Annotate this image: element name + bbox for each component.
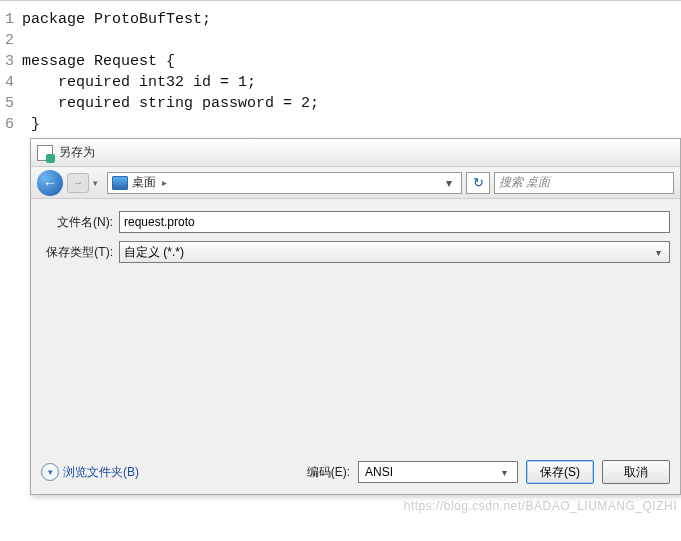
refresh-button[interactable]: ↻ <box>466 172 490 194</box>
code-text: required string password = 2; <box>22 93 319 114</box>
dialog-titlebar[interactable]: 另存为 <box>31 139 680 167</box>
chevron-right-icon: ▸ <box>162 177 167 188</box>
filetype-value: 自定义 (*.*) <box>124 244 184 261</box>
code-text: required int32 id = 1; <box>22 72 256 93</box>
line-number: 1 <box>0 9 22 30</box>
code-text: package ProtoBufTest; <box>22 9 211 30</box>
desktop-icon <box>112 176 128 190</box>
search-input[interactable]: 搜索 桌面 <box>494 172 674 194</box>
line-number: 2 <box>0 30 22 51</box>
nav-forward-button[interactable]: → <box>67 173 89 193</box>
encoding-label: 编码(E): <box>307 464 350 481</box>
line-number: 5 <box>0 93 22 114</box>
nav-history-dropdown[interactable]: ▾ <box>93 178 103 188</box>
nav-back-button[interactable]: ← <box>37 170 63 196</box>
location-breadcrumb[interactable]: 桌面 ▸ ▾ <box>107 172 462 194</box>
navigation-bar: ← → ▾ 桌面 ▸ ▾ ↻ 搜索 桌面 <box>31 167 680 199</box>
save-as-dialog: 另存为 ← → ▾ 桌面 ▸ ▾ ↻ 搜索 桌面 文件名(N): 保存类型(T)… <box>30 138 681 495</box>
refresh-icon: ↻ <box>473 175 484 190</box>
arrow-right-icon: → <box>73 177 83 188</box>
save-icon <box>37 145 53 161</box>
encoding-combobox[interactable]: ANSI ▾ <box>358 461 518 483</box>
line-number: 3 <box>0 51 22 72</box>
filename-label: 文件名(N): <box>41 214 119 231</box>
save-button[interactable]: 保存(S) <box>526 460 594 484</box>
filetype-combobox[interactable]: 自定义 (*.*) ▾ <box>119 241 670 263</box>
search-placeholder: 搜索 桌面 <box>499 174 550 191</box>
line-number: 4 <box>0 72 22 93</box>
code-text: message Request { <box>22 51 175 72</box>
browse-folders-toggle[interactable]: ▾ 浏览文件夹(B) <box>41 463 139 481</box>
location-text: 桌面 <box>132 174 156 191</box>
browse-folders-label: 浏览文件夹(B) <box>63 464 139 481</box>
cancel-button[interactable]: 取消 <box>602 460 670 484</box>
filename-input[interactable] <box>119 211 670 233</box>
line-number: 6 <box>0 114 22 135</box>
code-text: } <box>22 114 40 135</box>
chevron-down-icon: ▾ <box>651 247 665 258</box>
chevron-down-icon: ▾ <box>497 467 511 478</box>
filetype-label: 保存类型(T): <box>41 244 119 261</box>
location-dropdown-icon[interactable]: ▾ <box>441 176 457 190</box>
encoding-value: ANSI <box>365 465 393 479</box>
watermark-text: https://blog.csdn.net/BADAO_LIUMANG_QIZH… <box>404 499 677 513</box>
dialog-title: 另存为 <box>59 144 95 161</box>
dialog-body <box>31 277 680 452</box>
arrow-left-icon: ← <box>43 175 57 191</box>
code-editor[interactable]: 1package ProtoBufTest; 2 3message Reques… <box>0 0 681 143</box>
chevron-down-icon: ▾ <box>41 463 59 481</box>
